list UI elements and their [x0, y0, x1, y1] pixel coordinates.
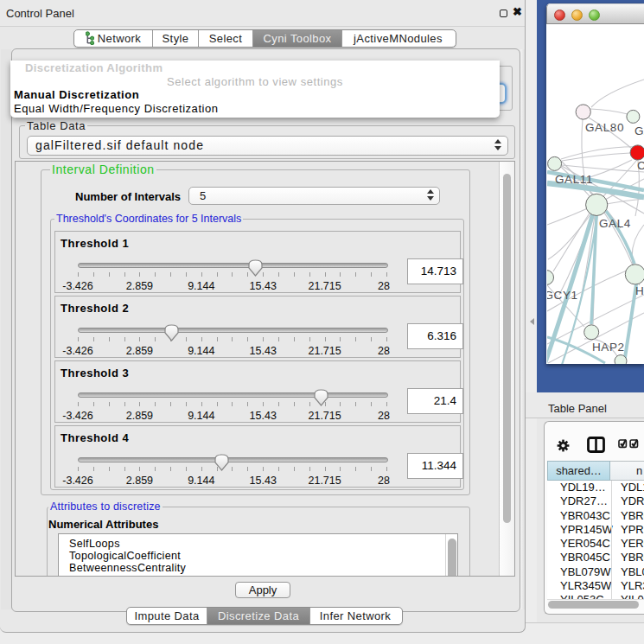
svg-text:GAL11: GAL11	[555, 173, 593, 186]
svg-text:HAP2: HAP2	[592, 341, 625, 354]
svg-text:C: C	[637, 159, 644, 172]
svg-text:GCY1: GCY1	[547, 289, 578, 302]
svg-text:GA: GA	[634, 124, 644, 137]
svg-text:GAL80: GAL80	[585, 121, 624, 134]
svg-text:H: H	[635, 284, 644, 297]
svg-text:GAL4: GAL4	[599, 217, 631, 230]
